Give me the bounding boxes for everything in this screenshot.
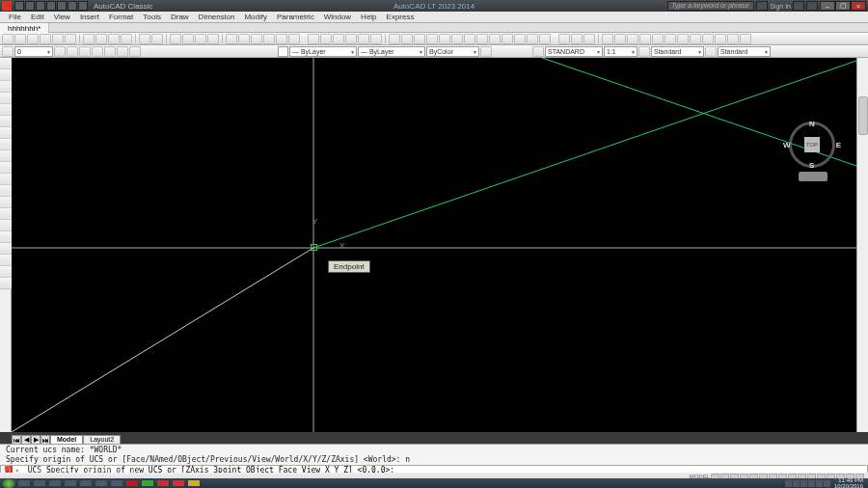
layerfrz-button[interactable] xyxy=(702,34,714,44)
qat-undo-icon[interactable] xyxy=(68,1,77,11)
linetype-combo[interactable]: — ByLayer xyxy=(358,46,425,57)
tool-ellipsearc[interactable] xyxy=(0,174,12,185)
tool-hatch[interactable] xyxy=(0,220,12,231)
line-button[interactable] xyxy=(308,34,319,44)
dim-button[interactable] xyxy=(627,34,638,44)
viewcube-face-top[interactable]: TOP xyxy=(804,137,820,152)
tray-icon[interactable] xyxy=(793,480,800,487)
move-button[interactable] xyxy=(451,34,463,44)
zoom-window-button[interactable] xyxy=(195,34,206,44)
quickcalc-button[interactable] xyxy=(288,34,300,44)
close-button[interactable]: × xyxy=(851,1,866,11)
matchprop-button[interactable] xyxy=(121,34,132,44)
help-search-input[interactable]: Type a keyword or phrase xyxy=(667,1,754,11)
tool-insert[interactable] xyxy=(0,185,12,197)
tablestyle-button[interactable] xyxy=(705,46,717,57)
ucs-named-button[interactable] xyxy=(571,34,583,44)
preview-button[interactable] xyxy=(52,34,64,44)
paste-button[interactable] xyxy=(108,34,120,44)
menu-insert[interactable]: Insert xyxy=(75,13,104,21)
layeroff-button[interactable] xyxy=(715,34,726,44)
cut-button[interactable] xyxy=(83,34,95,44)
markup-button[interactable] xyxy=(276,34,287,44)
viewcube-dir-s[interactable]: S xyxy=(809,161,814,170)
menu-modify[interactable]: Modify xyxy=(239,13,272,21)
layer-state-button[interactable] xyxy=(67,46,78,57)
viewcube-dir-e[interactable]: E xyxy=(836,141,841,149)
circle-button[interactable] xyxy=(333,34,344,44)
task-app4-icon[interactable] xyxy=(110,479,123,487)
tool-xline[interactable] xyxy=(0,69,12,81)
redo-button[interactable] xyxy=(151,34,163,44)
copyobj-button[interactable] xyxy=(401,34,413,44)
textstyle-button[interactable] xyxy=(532,46,544,57)
publish-button[interactable] xyxy=(65,34,76,44)
task-app1-icon[interactable] xyxy=(64,479,77,487)
zoom-prev-button[interactable] xyxy=(207,34,219,44)
tool-table[interactable] xyxy=(0,255,12,266)
task-autocad-icon[interactable] xyxy=(172,479,185,487)
app-logo-icon[interactable] xyxy=(2,1,12,11)
command-history[interactable]: Current ucs name: *WORLD* Specify origin… xyxy=(0,444,868,467)
extend-button[interactable] xyxy=(514,34,526,44)
dimstyle-button[interactable] xyxy=(638,46,650,57)
tool-line[interactable] xyxy=(0,58,12,69)
stretch-button[interactable] xyxy=(489,34,501,44)
group-button[interactable] xyxy=(677,34,689,44)
layeron-button[interactable] xyxy=(727,34,739,44)
qat-redo-icon[interactable] xyxy=(78,1,88,11)
menu-parametric[interactable]: Parametric xyxy=(272,13,319,21)
color-combo[interactable]: — ByLayer xyxy=(289,46,357,57)
qat-save-icon[interactable] xyxy=(36,1,45,11)
copy-button[interactable] xyxy=(95,34,107,44)
exchange-icon[interactable] xyxy=(793,1,804,11)
drawing-canvas[interactable] xyxy=(12,58,856,432)
task-record-icon[interactable] xyxy=(125,479,139,487)
pan-button[interactable] xyxy=(170,34,181,44)
pline-button[interactable] xyxy=(320,34,332,44)
fillet-button[interactable] xyxy=(527,34,538,44)
task-app3-icon[interactable] xyxy=(95,479,108,487)
navbar-icon[interactable] xyxy=(799,172,827,181)
trim-button[interactable] xyxy=(502,34,513,44)
lweight-button[interactable] xyxy=(480,46,492,57)
properties-button[interactable] xyxy=(226,34,237,44)
tool-point[interactable] xyxy=(0,208,12,220)
tool-revcloud[interactable] xyxy=(0,139,12,150)
array-button[interactable] xyxy=(439,34,450,44)
layeriso-button[interactable] xyxy=(690,34,701,44)
viewcube[interactable]: TOP N S E W xyxy=(789,122,835,168)
rotate-button[interactable] xyxy=(464,34,475,44)
task-wmp-icon[interactable] xyxy=(48,479,62,487)
tool-ellipse[interactable] xyxy=(0,162,12,174)
tray-icon[interactable] xyxy=(808,480,815,487)
menu-edit[interactable]: Edit xyxy=(26,13,49,21)
tablestyle-combo[interactable]: Standard xyxy=(718,46,771,57)
task-acrobat-icon[interactable] xyxy=(156,479,170,487)
task-explorer-icon[interactable] xyxy=(17,479,31,487)
tray-icon[interactable] xyxy=(816,480,823,487)
arc-button[interactable] xyxy=(345,34,357,44)
explode-button[interactable] xyxy=(539,34,551,44)
tool-circle[interactable] xyxy=(0,127,12,139)
layer-off-button[interactable] xyxy=(104,46,116,57)
hatch-button[interactable] xyxy=(370,34,382,44)
rectangle-button[interactable] xyxy=(358,34,369,44)
block-button[interactable] xyxy=(652,34,664,44)
text-button[interactable] xyxy=(614,34,626,44)
start-button[interactable] xyxy=(2,479,15,488)
layer-match-button[interactable] xyxy=(129,46,141,57)
tool-mtext[interactable] xyxy=(0,266,12,278)
drawing-viewport[interactable]: Y X Endpoint TOP N S E W xyxy=(12,58,856,432)
table-button[interactable] xyxy=(639,34,651,44)
task-app2-icon[interactable] xyxy=(79,479,93,487)
sheetset-button[interactable] xyxy=(263,34,275,44)
signin-label[interactable]: Sign In xyxy=(770,3,791,10)
qat-plot-icon[interactable] xyxy=(57,1,67,11)
scrollbar-thumb[interactable] xyxy=(858,96,868,135)
tool-gradient[interactable] xyxy=(0,231,12,243)
layer-manager-button[interactable] xyxy=(2,46,14,57)
undo-button[interactable] xyxy=(139,34,150,44)
xref-button[interactable] xyxy=(665,34,676,44)
qat-open-icon[interactable] xyxy=(25,1,35,11)
